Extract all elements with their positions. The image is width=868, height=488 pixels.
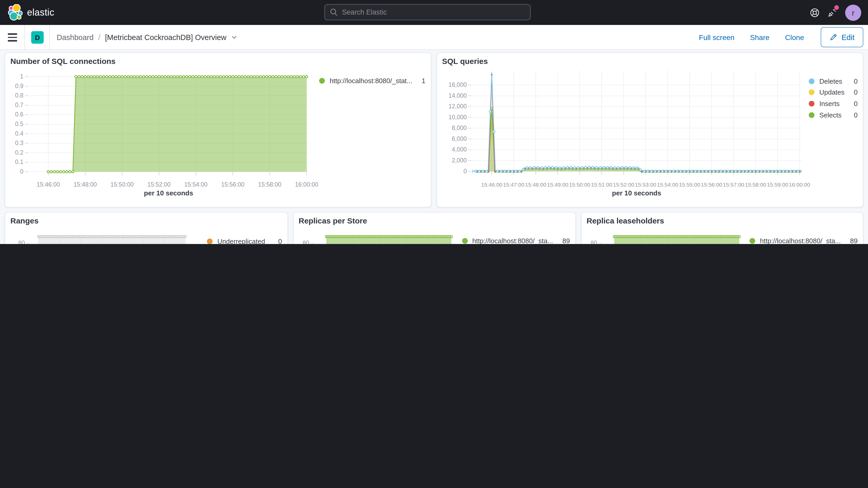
legend-label[interactable]: Underreplicated [218, 236, 265, 244]
x-tick-label: 15:49:00 [547, 181, 568, 187]
x-axis-title: per 10 seconds [144, 189, 193, 197]
y-tick-label: 16,000 [448, 81, 466, 88]
elastic-home-link[interactable]: elastic [7, 3, 54, 22]
y-tick-label: 0.5 [15, 120, 23, 127]
legend-value: 0 [845, 98, 858, 109]
legend-dot [809, 112, 815, 118]
legend-value: 89 [841, 235, 858, 244]
legend-value: 0 [845, 75, 858, 87]
edit-button[interactable]: Edit [821, 27, 863, 47]
y-tick-label: 0 [463, 167, 466, 174]
x-tick-label: 15:54:00 [184, 181, 208, 188]
legend-dot [319, 78, 325, 84]
panel-title: Replicas per Store [299, 216, 367, 225]
panel-sql-connections: Number of SQL connections00.10.20.30.40.… [5, 52, 431, 207]
x-tick-label: 15:48:00 [525, 181, 546, 187]
elastic-logo-icon [7, 4, 23, 21]
menu-icon[interactable] [8, 31, 20, 44]
panel-title: Ranges [10, 216, 38, 225]
legend-dot [809, 90, 815, 95]
chevron-down-icon[interactable] [231, 34, 237, 40]
x-tick-label: 15:59:00 [767, 181, 788, 187]
series [47, 75, 308, 173]
y-tick-label: 2,000 [452, 157, 466, 163]
x-tick-label: 15:55:00 [679, 181, 700, 187]
y-tick-label: 0.8 [15, 92, 23, 98]
legend-dot [207, 239, 213, 244]
legend-dot [809, 79, 815, 84]
kibana-app: elastic Search Elastic r D Dashboard / [… [0, 0, 868, 244]
legend-label[interactable]: Selects [819, 110, 845, 121]
legend-label[interactable]: Inserts [819, 98, 845, 109]
y-tick-label: 0 [20, 168, 23, 175]
navbar-icons: r [806, 0, 868, 25]
x-tick-label: 15:53:00 [634, 181, 656, 187]
chart-legend: Underreplicated0Overreplicated0Unavailab… [207, 236, 282, 244]
x-tick-label: 15:56:00 [701, 181, 722, 187]
x-tick-label: 15:50:00 [111, 181, 134, 188]
legend-value: 89 [553, 235, 570, 244]
y-tick-label: 0.9 [15, 82, 23, 89]
legend-label[interactable]: http://localhost:8080/_sta... [472, 235, 553, 244]
notification-dot [834, 5, 839, 10]
toolbar-actions: Full screen Share Clone Edit [699, 25, 863, 49]
y-tick-label: 8,000 [452, 124, 466, 131]
series [37, 236, 187, 244]
share-button[interactable]: Share [750, 33, 770, 41]
global-search-input[interactable]: Search Elastic [324, 4, 531, 20]
legend-label[interactable]: Updates [819, 87, 845, 98]
newsfeed-icon[interactable] [823, 4, 841, 21]
panel-ranges: Ranges0102030405060708015:46:0015:48:001… [5, 212, 288, 244]
pencil-icon [830, 33, 837, 41]
x-tick-label: 16:00:00 [295, 181, 318, 188]
clone-button[interactable]: Clone [785, 33, 804, 41]
top-navbar: elastic Search Elastic r [0, 0, 868, 25]
x-tick-label: 15:56:00 [221, 181, 245, 188]
legend-dot [809, 101, 815, 106]
y-tick-label: 10,000 [448, 114, 466, 120]
legend-value: 0 [265, 236, 282, 244]
y-tick-label: 12,000 [448, 103, 466, 110]
panel-title: SQL queries [442, 56, 488, 65]
series [613, 236, 740, 244]
y-tick-label: 14,000 [448, 92, 466, 99]
y-tick-label: 80 [590, 239, 597, 244]
legend-label[interactable]: http://localhost:8080/_stat... [330, 75, 412, 86]
full-screen-button[interactable]: Full screen [699, 33, 735, 41]
panel-replica-leaseholders: Replica leaseholders0102030405060708015:… [581, 212, 863, 244]
space-letter: D [35, 33, 40, 41]
y-tick-label: 6,000 [452, 135, 466, 142]
user-avatar[interactable]: r [845, 4, 861, 21]
breadcrumb: Dashboard / [Metricbeat CockroachDB] Ove… [57, 25, 237, 49]
y-tick-label: 0.1 [15, 158, 23, 165]
x-tick-label: 15:54:00 [657, 181, 678, 187]
x-tick-label: 15:51:00 [591, 181, 612, 187]
y-tick-label: 80 [302, 239, 309, 244]
x-tick-label: 15:46:00 [37, 181, 60, 188]
breadcrumb-dashboard[interactable]: Dashboard [57, 33, 94, 41]
x-tick-label: 15:46:00 [481, 181, 502, 187]
search-placeholder: Search Elastic [342, 8, 387, 16]
help-icon[interactable] [806, 4, 823, 21]
panel-title: Replica leaseholders [587, 216, 664, 225]
sql-queries-chart: 02,0004,0006,0008,00010,00012,00014,0001… [437, 53, 864, 208]
divider [50, 25, 50, 49]
legend-label[interactable]: Deletes [819, 75, 845, 87]
x-tick-label: 15:52:00 [147, 181, 171, 188]
edit-label: Edit [841, 33, 855, 41]
space-badge[interactable]: D [31, 31, 44, 44]
x-tick-label: 15:58:00 [745, 181, 766, 187]
x-tick-label: 16:00:00 [789, 181, 810, 187]
y-tick-label: 1 [20, 73, 23, 80]
divider [24, 25, 25, 49]
dashboard-toolbar: D Dashboard / [Metricbeat CockroachDB] O… [0, 25, 868, 50]
y-tick-label: 0.3 [15, 139, 23, 146]
legend-value: 0 [845, 87, 858, 98]
chart-legend: Deletes0Updates0Inserts0Selects0 [809, 75, 858, 121]
page-title: [Metricbeat CockroachDB] Overview [105, 33, 226, 41]
y-tick-label: 0.7 [15, 101, 23, 108]
panel-replicas-per-store: Replicas per Store0102030405060708015:46… [293, 212, 576, 244]
avatar-letter: r [852, 8, 855, 17]
legend-label[interactable]: http://localhost:8080/_sta... [760, 235, 841, 244]
breadcrumb-separator: / [98, 33, 100, 41]
